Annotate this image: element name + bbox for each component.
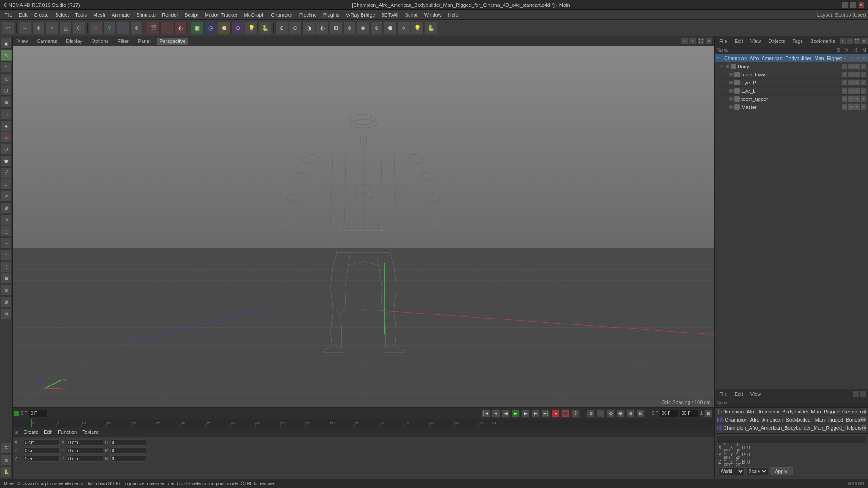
left-tool-17[interactable]: ◱	[1, 226, 12, 237]
menu-file[interactable]: File	[2, 11, 15, 19]
left-tool-12[interactable]: ╱	[1, 167, 12, 178]
obj-m-1[interactable]: ○	[862, 56, 867, 61]
timeline-btn-key3[interactable]: ⊙	[607, 409, 615, 418]
left-tool-9[interactable]: 🔺	[1, 132, 12, 143]
timeline-btn-key2[interactable]: ○	[597, 409, 605, 418]
obj-m-6[interactable]: ○	[861, 96, 866, 102]
timeline-btn-play[interactable]: ▶	[512, 409, 520, 418]
timeline-btn-next[interactable]: ►	[532, 409, 540, 418]
obj-r-6[interactable]: ○	[854, 96, 860, 102]
obj-v-3[interactable]: ○	[848, 72, 854, 77]
panel-ctrl-1[interactable]: +	[840, 38, 846, 44]
obj-m-7[interactable]: ○	[861, 104, 866, 110]
attr-h-val[interactable]	[110, 439, 146, 446]
tool-extra10[interactable]: ⛭	[397, 22, 410, 34]
tool-extra6[interactable]: ⊛	[343, 22, 356, 34]
left-tool-25[interactable]: $	[1, 443, 12, 454]
tool-extra5[interactable]: ⊞	[330, 22, 342, 34]
render-btn[interactable]: ⬛	[160, 22, 173, 34]
timeline-btn-record[interactable]: ●	[552, 409, 560, 418]
left-tool-21[interactable]: ≋	[1, 273, 12, 284]
left-tool-22[interactable]: ⊘	[1, 285, 12, 296]
scale-tool[interactable]: △	[59, 22, 72, 34]
deformer-tool[interactable]: ⬟	[218, 22, 231, 34]
obj-s-5[interactable]: ✓	[842, 88, 847, 94]
r-tab-objects[interactable]: Objects	[765, 38, 788, 45]
r-tab-view[interactable]: View	[748, 38, 764, 45]
menu-help[interactable]: Help	[445, 11, 461, 19]
obj-row-eye-l[interactable]: Eye_L ✓ ○ ○ ○	[722, 87, 868, 95]
r-tab-tags[interactable]: Tags	[790, 38, 806, 45]
left-tool-19[interactable]: ≡	[1, 249, 12, 260]
timeline-right-btn[interactable]: ⊞	[704, 409, 712, 418]
obj-lower-ctrl-2[interactable]: ■	[860, 417, 863, 422]
timeline-btn-prev[interactable]: ◄	[492, 409, 500, 418]
left-tool-rotate[interactable]: ○	[1, 61, 12, 72]
obj-row-body[interactable]: ► Body ✓ ○ ○ ○	[718, 62, 868, 70]
obj-m-3[interactable]: ○	[861, 72, 866, 77]
viewport-tab-options[interactable]: Options	[89, 38, 111, 45]
tool-y[interactable]: Y	[103, 22, 116, 34]
menu-create[interactable]: Create	[31, 11, 52, 19]
obj-m-4[interactable]: ○	[861, 80, 866, 85]
timeline-btn-key6[interactable]: ⊞	[637, 409, 645, 418]
tool-extra4[interactable]: ◐	[316, 22, 329, 34]
obj-v-7[interactable]: ○	[848, 104, 854, 110]
apply-button[interactable]: Apply	[770, 467, 793, 475]
maximize-button[interactable]: □	[850, 2, 856, 8]
obj-m-5[interactable]: ○	[861, 88, 866, 94]
menu-pipeline[interactable]: Pipeline	[297, 11, 320, 19]
r-tab-edit[interactable]: Edit	[732, 38, 746, 45]
left-tool-20[interactable]: ⋮	[1, 261, 12, 272]
viewport-tab-filter[interactable]: Filter	[115, 38, 131, 45]
timeline-btn-q[interactable]: ?	[571, 409, 580, 418]
attr-tab-texture[interactable]: Texture	[80, 429, 100, 435]
world-dropdown[interactable]: World Object Camera	[718, 467, 745, 475]
panel-ctrl-2[interactable]: ↑	[847, 38, 853, 44]
light-tool[interactable]: 💡	[245, 22, 258, 34]
obj-s-4[interactable]: ✓	[842, 80, 847, 85]
tool-extra11[interactable]: 💡	[411, 22, 424, 34]
left-tool-11[interactable]: ⬟	[1, 155, 12, 166]
timeline-btn-key1[interactable]: ⊕	[587, 409, 595, 418]
panel-lower-ctrl-2[interactable]: ↑	[860, 391, 866, 397]
obj-r-3[interactable]: ○	[854, 72, 860, 77]
obj-s-2[interactable]: ✓	[842, 64, 847, 69]
attr-z-rot[interactable]	[67, 455, 103, 462]
left-tool-10[interactable]: ⬡	[1, 144, 12, 155]
r-lower-tab-view[interactable]: View	[748, 390, 764, 398]
obj-m-2[interactable]: ○	[861, 64, 866, 69]
left-tool-select[interactable]: ▣	[1, 38, 12, 49]
obj-s-7[interactable]: ✓	[842, 104, 847, 110]
vp-ctrl-3[interactable]: ⛶	[697, 38, 704, 45]
select-tool[interactable]: ⊕	[32, 22, 45, 34]
left-tool-13[interactable]: ○	[1, 179, 12, 190]
vp-ctrl-4[interactable]: ×	[705, 38, 712, 45]
menu-mograph[interactable]: MoGraph	[241, 11, 267, 19]
panel-lower-ctrl-1[interactable]: -	[853, 391, 859, 397]
obj-v-5[interactable]: ○	[848, 88, 854, 94]
menu-simulate[interactable]: Simulate	[133, 11, 158, 19]
r-tab-bookmarks[interactable]: Bookmarks	[807, 38, 838, 45]
obj-r-5[interactable]: ○	[854, 88, 860, 94]
obj-row-teeth-upper[interactable]: teeth_upper ✓ ○ ○ ○	[722, 95, 868, 103]
obj-r-1[interactable]: ○	[855, 56, 861, 61]
rotate-tool[interactable]: ○	[46, 22, 58, 34]
attr-x-pos[interactable]	[24, 439, 60, 446]
left-tool-scale[interactable]: △	[1, 73, 12, 84]
left-tool-24[interactable]: ⊗	[1, 308, 12, 319]
obj-row-geometry[interactable]: Champion_Afro_American_Bodybuilder_Man_R…	[715, 408, 868, 416]
tool-extra8[interactable]: ⊜	[370, 22, 383, 34]
obj-s-3[interactable]: ✓	[842, 72, 847, 77]
obj-s-1[interactable]: ✓	[843, 56, 848, 61]
move-tool[interactable]: ↖	[19, 22, 31, 34]
timeline-btn-autokey[interactable]: ⚫	[561, 409, 570, 418]
camera-tool[interactable]: ⊙	[231, 22, 244, 34]
obj-row-teeth-lower[interactable]: teeth_lower ✓ ○ ○ ○	[722, 70, 868, 79]
attr-z-pos[interactable]	[24, 455, 60, 462]
attr-p-val[interactable]	[110, 447, 146, 454]
menu-edit[interactable]: Edit	[16, 11, 30, 19]
obj-row-helpers[interactable]: Champion_Afro_American_Bodybuilder_Man_R…	[715, 424, 868, 432]
obj-row-eye-r[interactable]: Eye_R ✓ ○ ○ ○	[722, 79, 868, 87]
left-tool-16[interactable]: ⊙	[1, 214, 12, 225]
